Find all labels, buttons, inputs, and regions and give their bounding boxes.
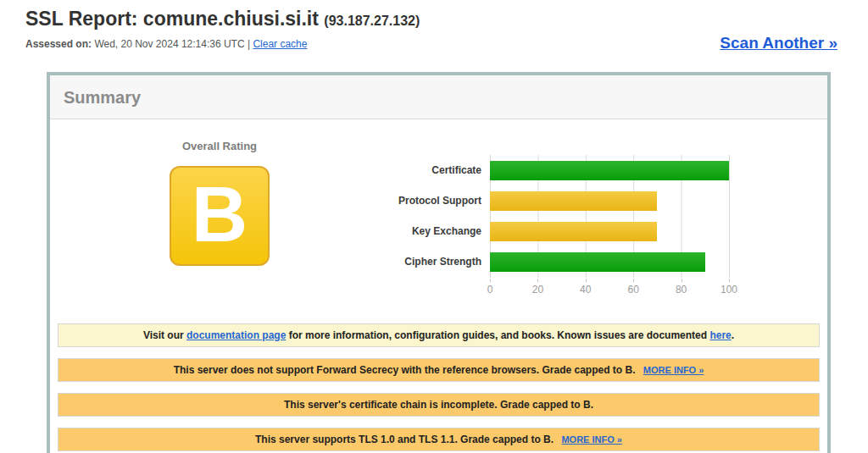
doc-notice-post: . — [732, 329, 734, 341]
axis-tick-mark — [633, 279, 634, 282]
chart-category-label: Protocol Support — [337, 195, 490, 207]
forward-secrecy-warning: This server does not support Forward Sec… — [58, 358, 820, 382]
documentation-page-link[interactable]: documentation page — [186, 329, 286, 341]
axis-tick-mark — [586, 279, 587, 282]
axis-tick-label: 20 — [532, 284, 543, 296]
tls-version-more-info-link[interactable]: MORE INFO » — [561, 434, 622, 445]
certificate-chain-warning: This server's certificate chain is incom… — [58, 393, 820, 417]
chart-bar-row: Protocol Support — [337, 185, 729, 216]
axis-tick-label: 100 — [721, 284, 737, 296]
chart-x-axis: 020406080100 — [490, 279, 731, 297]
chart-category-label: Cipher Strength — [337, 256, 490, 268]
assessed-label: Assessed on: — [25, 38, 92, 50]
axis-tick-label: 0 — [487, 284, 493, 296]
summary-title: Summary — [64, 88, 141, 107]
axis-tick-mark — [729, 279, 730, 282]
report-hostname: SSL Report: comune.chiusi.si.it — [25, 8, 319, 30]
summary-panel-header: Summary — [50, 75, 827, 119]
chart-bar-row: Key Exchange — [337, 216, 729, 246]
report-ip: (93.187.27.132) — [324, 14, 420, 28]
axis-tick-label: 60 — [628, 284, 639, 296]
chart-bar-row: Cipher Strength — [337, 246, 729, 277]
separator: | — [248, 38, 250, 50]
axis-tick-label: 40 — [580, 284, 591, 296]
chart-category-label: Certificate — [337, 164, 490, 176]
known-issues-link[interactable]: here — [709, 329, 731, 341]
axis-tick-mark — [490, 279, 491, 282]
chart-bar — [490, 161, 729, 180]
assessed-value: Wed, 20 Nov 2024 12:14:36 UTC — [94, 38, 244, 50]
axis-tick-mark — [682, 279, 682, 282]
summary-panel-body: Overall Rating B CertificateProtocol Sup… — [50, 119, 827, 453]
doc-notice-pre: Visit our — [143, 329, 186, 341]
page-title: SSL Report: comune.chiusi.si.it (93.187.… — [25, 8, 420, 30]
chart-rows: CertificateProtocol SupportKey ExchangeC… — [337, 155, 729, 277]
axis-tick-label: 80 — [676, 284, 687, 296]
forward-secrecy-more-info-link[interactable]: MORE INFO » — [643, 365, 704, 375]
chart-category-label: Key Exchange — [337, 225, 490, 237]
axis-tick-mark — [537, 279, 538, 282]
overall-rating-label: Overall Rating — [159, 140, 280, 152]
chart-bar — [490, 222, 657, 241]
chart-bar — [490, 191, 657, 211]
forward-secrecy-text: This server does not support Forward Sec… — [174, 364, 636, 376]
rating-bar-chart: CertificateProtocol SupportKey ExchangeC… — [337, 155, 729, 277]
clear-cache-link[interactable]: Clear cache — [253, 38, 307, 50]
doc-notice-mid: for more information, configuration guid… — [286, 329, 709, 341]
certificate-chain-text: This server's certificate chain is incom… — [284, 399, 593, 411]
documentation-notice: Visit our documentation page for more in… — [58, 323, 820, 347]
scan-another-link[interactable]: Scan Another » — [720, 34, 837, 52]
tls-version-text: This server supports TLS 1.0 and TLS 1.1… — [255, 434, 554, 445]
tls-version-warning: This server supports TLS 1.0 and TLS 1.1… — [58, 428, 820, 451]
chart-bar — [490, 252, 705, 272]
summary-panel: Summary Overall Rating B CertificateProt… — [47, 72, 831, 453]
chart-bar-row: Certificate — [337, 155, 729, 185]
grade-badge: B — [170, 166, 270, 266]
assessed-line: Assessed on: Wed, 20 Nov 2024 12:14:36 U… — [25, 38, 307, 50]
